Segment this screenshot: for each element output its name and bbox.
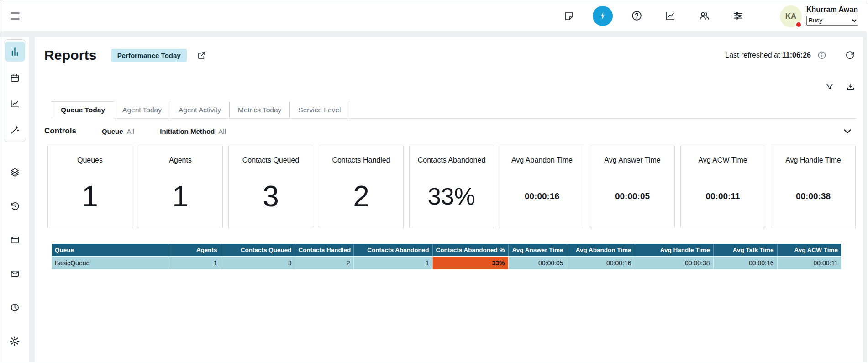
- wand-icon: [10, 125, 20, 135]
- kpi-card-contacts-abandoned: Contacts Abandoned 33%: [409, 146, 494, 228]
- bar-chart-icon: [10, 46, 21, 57]
- tab-service-level[interactable]: Service Level: [290, 102, 349, 118]
- chevron-down-icon[interactable]: [839, 123, 856, 139]
- sidebar-item-line-chart[interactable]: [5, 94, 25, 114]
- help-icon[interactable]: [626, 6, 647, 26]
- column-header-avg-acw-time[interactable]: Avg ACW Time: [777, 244, 841, 256]
- cell-contacts-handled: 2: [295, 256, 353, 269]
- filter-initiation-method[interactable]: Initiation Method All: [160, 127, 226, 135]
- cell-contacts-abandoned-pct: 33%: [432, 256, 508, 269]
- kpi-card-avg-acw-time: Avg ACW Time 00:00:11: [680, 146, 765, 228]
- column-header-avg-talk-time[interactable]: Avg Talk Time: [713, 244, 777, 256]
- layers-icon: [10, 167, 20, 178]
- line-chart-icon: [10, 99, 20, 109]
- controls-label: Controls: [44, 126, 76, 136]
- topbar-actions: KA Khurram Awan Busy: [559, 5, 858, 27]
- kpi-card-avg-abandon-time: Avg Abandon Time 00:00:16: [500, 146, 584, 228]
- tab-metrics-today[interactable]: Metrics Today: [230, 102, 290, 118]
- history-icon: [10, 201, 20, 211]
- controls-bar: Controls Queue All Initiation Method All: [44, 121, 856, 141]
- sidebar: [0, 37, 29, 362]
- column-header-agents[interactable]: Agents: [168, 244, 221, 256]
- column-header-avg-abandon-time[interactable]: Avg Abandon Time: [567, 244, 635, 256]
- column-header-contacts-abandoned[interactable]: Contacts Abandoned: [353, 244, 432, 256]
- refresh-icon[interactable]: [843, 48, 857, 62]
- cell-avg-answer-time: 00:00:05: [508, 256, 567, 269]
- sidebar-item-reports[interactable]: [5, 42, 25, 62]
- status-dot: [795, 21, 802, 28]
- sidebar-item-mail[interactable]: [5, 263, 25, 284]
- note-icon[interactable]: [559, 6, 579, 26]
- column-header-avg-handle-time[interactable]: Avg Handle Time: [635, 244, 713, 256]
- column-header-contacts-abandoned-pct[interactable]: Contacts Abandoned %: [432, 244, 508, 256]
- menu-icon[interactable]: [5, 6, 25, 26]
- window-icon: [10, 235, 20, 245]
- filter-queue[interactable]: Queue All: [102, 127, 134, 135]
- table-actions: [823, 80, 857, 94]
- cell-avg-handle-time: 00:00:38: [635, 256, 713, 269]
- table-header-row: Queue Agents Contacts Queued Contacts Ha…: [52, 244, 841, 256]
- column-header-contacts-handled[interactable]: Contacts Handled: [295, 244, 353, 256]
- sidebar-item-settings[interactable]: [5, 331, 25, 351]
- pie-chart-icon: [10, 302, 20, 313]
- kpi-card-queues: Queues 1: [47, 146, 132, 228]
- status-select[interactable]: Busy: [806, 16, 858, 26]
- page-title: Reports: [44, 47, 97, 63]
- download-icon[interactable]: [844, 80, 857, 94]
- cell-avg-abandon-time: 00:00:16: [567, 256, 635, 269]
- queue-metrics-table: Queue Agents Contacts Queued Contacts Ha…: [52, 244, 841, 269]
- sidebar-primary-group: [4, 39, 26, 142]
- main-panel: Reports Performance Today Last refreshed…: [35, 37, 863, 362]
- tab-agent-activity[interactable]: Agent Activity: [170, 102, 230, 118]
- sidebar-item-pie-chart[interactable]: [5, 297, 25, 317]
- cell-queue: BasicQueue: [52, 256, 168, 269]
- column-header-contacts-queued[interactable]: Contacts Queued: [221, 244, 295, 256]
- last-refreshed: Last refreshed at 11:06:26: [725, 51, 811, 59]
- calendar-icon: [10, 73, 20, 83]
- kpi-card-contacts-queued: Contacts Queued 3: [228, 146, 313, 228]
- avatar[interactable]: KA: [780, 5, 802, 27]
- sidebar-item-wand[interactable]: [5, 120, 25, 140]
- app-window: KA Khurram Awan Busy: [0, 0, 867, 362]
- info-icon[interactable]: [815, 49, 828, 62]
- cell-avg-acw-time: 00:00:11: [777, 256, 841, 269]
- column-header-avg-answer-time[interactable]: Avg Answer Time: [508, 244, 567, 256]
- sidebar-item-calendar[interactable]: [5, 68, 25, 88]
- sidebar-item-layers[interactable]: [5, 162, 25, 182]
- mail-icon: [10, 268, 20, 279]
- page-header: Reports Performance Today Last refreshed…: [44, 44, 857, 66]
- user-cluster: KA Khurram Awan Busy: [780, 5, 858, 27]
- sidebar-item-history[interactable]: [5, 196, 25, 216]
- report-tabs: Queue Today Agent Today Agent Activity M…: [52, 102, 857, 119]
- table-row: BasicQueue 1 3 2 1 33% 00:00:05 00:00:16…: [52, 256, 841, 269]
- external-link-icon[interactable]: [195, 48, 209, 62]
- kpi-card-contacts-handled: Contacts Handled 2: [319, 146, 404, 228]
- cell-agents: 1: [168, 256, 221, 269]
- sidebar-item-window[interactable]: [5, 230, 25, 250]
- kpi-card-avg-answer-time: Avg Answer Time 00:00:05: [590, 146, 675, 228]
- line-chart-icon[interactable]: [660, 6, 680, 26]
- user-name: Khurram Awan: [806, 5, 858, 14]
- column-header-queue[interactable]: Queue: [52, 244, 168, 256]
- topbar: KA Khurram Awan Busy: [0, 0, 867, 31]
- report-badge: Performance Today: [111, 49, 187, 62]
- tab-agent-today[interactable]: Agent Today: [114, 102, 170, 118]
- flash-button[interactable]: [593, 6, 613, 26]
- agents-icon[interactable]: [694, 6, 714, 26]
- kpi-card-agents: Agents 1: [138, 146, 223, 228]
- sidebar-secondary-group: [5, 162, 25, 351]
- cell-avg-talk-time: 00:00:16: [713, 256, 777, 269]
- filter-icon[interactable]: [823, 80, 836, 94]
- avatar-initials: KA: [785, 12, 797, 21]
- gear-icon: [9, 336, 20, 347]
- kpi-card-avg-handle-time: Avg Handle Time 00:00:38: [771, 146, 856, 228]
- cell-contacts-queued: 3: [221, 256, 295, 269]
- tab-queue-today[interactable]: Queue Today: [52, 101, 114, 119]
- cell-contacts-abandoned: 1: [353, 256, 432, 269]
- kpi-cards: Queues 1 Agents 1 Contacts Queued 3 Cont…: [47, 146, 856, 228]
- sliders-icon[interactable]: [728, 6, 748, 26]
